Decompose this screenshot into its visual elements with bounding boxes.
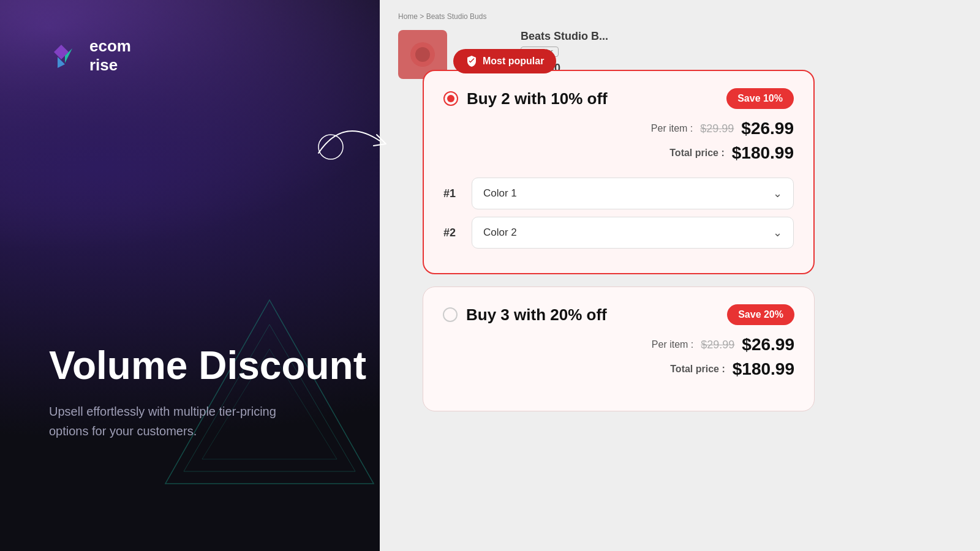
card1-original-price: $29.99: [700, 122, 734, 135]
card2-total-row: Total price : $180.99: [443, 359, 794, 379]
breadcrumb: Home > Beats Studio Buds: [398, 12, 962, 21]
card2-header: Buy 3 with 20% off Save 20%: [443, 304, 794, 325]
arrow-decoration: [306, 104, 404, 180]
most-popular-badge: Most popular: [453, 49, 556, 73]
logo-area: ecom rise: [49, 37, 380, 75]
card1-total-price: $180.99: [732, 143, 794, 163]
card2-save-badge: Save 20%: [727, 304, 794, 325]
variant1-num: #1: [443, 187, 462, 200]
product-title-bg: Beats Studio B...: [521, 30, 962, 43]
card2-total-price: $180.99: [733, 359, 794, 379]
chevron-down-icon-1: ⌄: [773, 187, 782, 200]
page-subtitle: Upsell effortlessly with multiple tier-p…: [49, 402, 306, 441]
variant2-dropdown[interactable]: Color 2 ⌄: [472, 217, 794, 249]
variant1-dropdown[interactable]: Color 1 ⌄: [472, 178, 794, 209]
discount-card-2[interactable]: Buy 3 with 20% off Save 20% Per item : $…: [423, 287, 815, 411]
chevron-down-icon-2: ⌄: [773, 226, 782, 239]
variant1-label: Color 1: [483, 187, 517, 200]
main-content: Volume Discount Upsell effortlessly with…: [49, 344, 380, 514]
logo-text: ecom rise: [89, 37, 131, 75]
card2-discounted-price: $26.99: [742, 335, 794, 354]
card2-per-item-row: Per item : $29.99 $26.99: [443, 335, 794, 354]
logo-icon: [49, 40, 81, 72]
card2-title: Buy 3 with 20% off: [466, 305, 607, 324]
card1-header: Buy 2 with 10% off Save 10%: [443, 88, 794, 109]
radio-btn-2[interactable]: [443, 307, 458, 322]
card1-title: Buy 2 with 10% off: [467, 89, 608, 108]
radio-btn-1[interactable]: [443, 91, 458, 106]
card1-per-item-row: Per item : $29.99 $26.99: [443, 119, 794, 138]
card1-total-row: Total price : $180.99: [443, 143, 794, 163]
card1-discounted-price: $26.99: [741, 119, 794, 138]
variant-row-1: #1 Color 1 ⌄: [443, 178, 794, 209]
cards-overlay: Most popular Buy 2 with 10% off Save 10%…: [423, 49, 815, 411]
variant-row-2: #2 Color 2 ⌄: [443, 217, 794, 249]
variant2-label: Color 2: [483, 227, 517, 239]
discount-card-1[interactable]: Buy 2 with 10% off Save 10% Per item : $…: [423, 70, 815, 274]
shield-icon: [466, 55, 478, 67]
left-panel: ecom rise Volume Discount Upsell effortl…: [0, 0, 429, 551]
card2-original-price: $29.99: [701, 339, 734, 351]
page-title: Volume Discount: [49, 344, 380, 387]
variant2-num: #2: [443, 227, 462, 239]
card1-save-badge: Save 10%: [726, 88, 794, 109]
